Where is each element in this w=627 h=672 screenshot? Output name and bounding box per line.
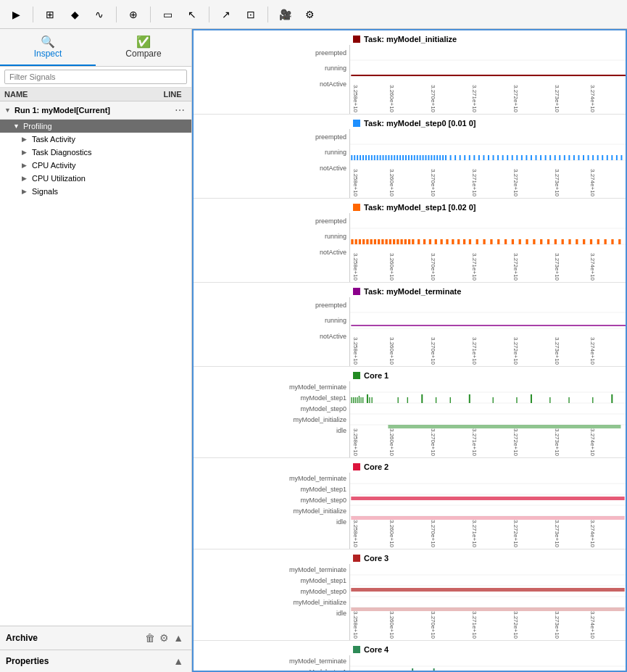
tab-compare[interactable]: ✅ Compare: [96, 29, 191, 66]
chart-body-terminate: preempted running notActive: [194, 297, 626, 344]
right-panel[interactable]: Task: myModel_initialize preempted runni…: [192, 29, 627, 672]
x-tick-t-5: 3.272e+10: [512, 337, 519, 365]
svg-rect-82: [351, 239, 353, 244]
svg-rect-92: [389, 239, 391, 244]
sidebar-item-task-diagnostics[interactable]: ▶ Task Diagnostics: [0, 146, 191, 159]
grid-button[interactable]: ⊞: [40, 4, 60, 25]
x-tick-s1-7: 3.274e+10: [589, 253, 596, 281]
svg-rect-140: [353, 397, 354, 403]
settings-button[interactable]: ⚙: [299, 4, 320, 25]
svg-rect-154: [450, 397, 451, 403]
svg-rect-49: [483, 155, 484, 160]
svg-rect-117: [533, 239, 535, 244]
svg-rect-32: [420, 155, 421, 160]
task-diagnostics-label: Task Diagnostics: [32, 148, 187, 157]
chart-label-core3: Core 3: [364, 554, 389, 563]
svg-rect-161: [592, 397, 593, 403]
rect-button[interactable]: ▭: [157, 4, 178, 25]
run-item[interactable]: ▼ Run 1: myModel[Current] ⋯: [0, 101, 191, 120]
x-tick-1: 3.258e+10: [352, 85, 359, 112]
sidebar-item-task-activity[interactable]: ▶ Task Activity: [0, 133, 191, 146]
svg-rect-23: [394, 155, 395, 160]
x-tick-t-3: 3.270e+10: [430, 337, 436, 365]
x-tick-c1-6: 3.273e+10: [554, 428, 560, 456]
x-tick-c3-4: 3.271e+10: [471, 611, 478, 639]
svg-rect-145: [362, 397, 363, 403]
svg-rect-123: [576, 239, 578, 244]
arrow-button[interactable]: ↖: [182, 4, 202, 25]
separator-2: [116, 7, 117, 22]
x-tick-s0-4: 3.271e+10: [471, 169, 478, 196]
filter-input[interactable]: [4, 70, 187, 84]
archive-settings-button[interactable]: ⚙: [157, 631, 171, 645]
svg-rect-108: [469, 239, 471, 244]
svg-rect-88: [374, 239, 376, 244]
svg-rect-110: [483, 239, 485, 244]
svg-rect-149: [388, 425, 620, 428]
svg-rect-36: [431, 155, 432, 160]
x-labels-terminate: 3.258e+10 3.260e+10 3.270e+10 3.271e+10 …: [349, 344, 626, 366]
cpu-activity-label: CPU Activity: [32, 161, 187, 170]
y-axis-step1: preempted running notActive: [194, 213, 349, 260]
x-axis-core3: 3.258e+10 3.260e+10 3.270e+10 3.271e+10 …: [194, 618, 626, 640]
chart-title-core2: Core 2: [194, 461, 626, 473]
play-button[interactable]: ▶: [6, 4, 26, 25]
cursor-target-button[interactable]: ⊕: [123, 4, 144, 25]
signals-arrow: ▶: [22, 188, 30, 195]
svg-rect-105: [452, 239, 454, 244]
task-activity-label: Task Activity: [32, 135, 187, 144]
archive-delete-button[interactable]: 🗑: [143, 631, 157, 645]
svg-rect-128: [611, 239, 613, 244]
fit-button[interactable]: ⊡: [241, 4, 261, 25]
camera-button[interactable]: 🎥: [275, 4, 295, 25]
svg-rect-74: [602, 155, 603, 160]
svg-rect-155: [469, 394, 470, 403]
svg-rect-125: [590, 239, 592, 244]
x-tick-c3-3: 3.270e+10: [430, 611, 436, 639]
svg-rect-113: [504, 239, 507, 244]
svg-rect-139: [351, 397, 352, 403]
x-tick-5: 3.272e+10: [512, 85, 519, 112]
svg-rect-70: [583, 155, 584, 160]
svg-rect-38: [436, 155, 438, 160]
y-axis-terminate: preempted running notActive: [194, 297, 349, 344]
run-item-label: Run 1: myModel[Current]: [14, 106, 173, 115]
y-label-notactive-2: notActive: [320, 249, 346, 256]
x-axis-terminate: 3.258e+10 3.260e+10 3.270e+10 3.271e+10 …: [194, 344, 626, 366]
y-label-step1-c2: myModel_step1: [300, 486, 346, 493]
chart-label-terminate: Task: myModel_terminate: [364, 287, 461, 296]
archive-expand-button[interactable]: ▲: [171, 631, 186, 645]
diamond-button[interactable]: ◆: [65, 4, 85, 25]
chart-core3: Core 3 myModel_terminate myModel_step1 m…: [194, 549, 626, 641]
sidebar-item-cpu-activity[interactable]: ▶ CPU Activity: [0, 159, 191, 172]
x-tick-c3-6: 3.273e+10: [554, 611, 560, 639]
separator-5: [267, 7, 268, 22]
svg-rect-14: [368, 155, 370, 160]
run-menu-button[interactable]: ⋯: [173, 104, 187, 116]
y-label-preempted-3: preempted: [315, 302, 346, 309]
inspect-icon: 🔍: [0, 35, 96, 49]
svg-rect-118: [540, 239, 542, 244]
svg-rect-33: [423, 155, 424, 160]
svg-rect-39: [439, 155, 441, 160]
svg-rect-91: [385, 239, 387, 244]
svg-rect-97: [408, 239, 410, 244]
chart-core2: Core 2 myModel_terminate myModel_step1 m…: [194, 458, 626, 549]
y-axis-core2: myModel_terminate myModel_step1 myModel_…: [194, 473, 349, 527]
wave-button[interactable]: ∿: [89, 4, 109, 25]
y-label-idle-c3: idle: [336, 610, 346, 617]
sidebar-item-cpu-utilization[interactable]: ▶ CPU Utilization: [0, 172, 191, 185]
expand-button[interactable]: ↗: [216, 4, 236, 25]
svg-rect-55: [512, 155, 513, 160]
y-label-running-1: running: [325, 149, 346, 156]
chart-title-core3: Core 3: [194, 552, 626, 564]
sidebar-item-profiling[interactable]: ▼ Profiling: [0, 120, 191, 133]
task-diagnostics-arrow: ▶: [22, 149, 30, 156]
x-labels-core2: 3.258e+10 3.260e+10 3.270e+10 3.271e+10 …: [349, 527, 626, 549]
y-label-notactive-1: notActive: [320, 165, 346, 172]
properties-expand-button[interactable]: ▲: [171, 654, 186, 668]
sidebar-item-signals[interactable]: ▶ Signals: [0, 185, 191, 198]
svg-rect-16: [374, 155, 375, 160]
svg-rect-175: [351, 588, 624, 592]
tab-inspect[interactable]: 🔍 Inspect: [0, 29, 96, 66]
